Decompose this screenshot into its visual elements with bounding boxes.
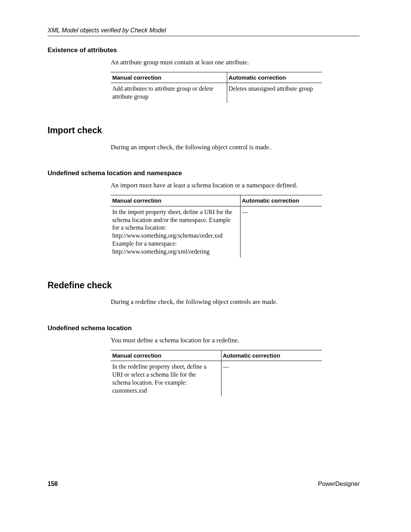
- product-name: PowerDesigner: [318, 480, 360, 488]
- heading-import-check: Import check: [48, 125, 360, 136]
- correction-table: Manual correction Automatic correction I…: [111, 195, 322, 257]
- td-auto: —: [240, 206, 322, 257]
- page-number: 158: [48, 480, 58, 488]
- heading-undefined-schema-ns: Undefined schema location and namespace: [48, 169, 360, 177]
- th-manual: Manual correction: [111, 350, 221, 361]
- td-manual: In the redefine property sheet, define a…: [111, 361, 221, 397]
- paragraph: During an import check, the following ob…: [111, 143, 360, 152]
- page-footer: 158 PowerDesigner: [48, 480, 360, 488]
- th-auto: Automatic correction: [227, 72, 322, 83]
- td-manual: Add attributes to attribute group or del…: [111, 83, 227, 103]
- paragraph: An import must have at least a schema lo…: [111, 181, 360, 190]
- paragraph: An attribute group must contain at least…: [111, 58, 360, 67]
- td-manual: In the import property sheet, define a U…: [111, 206, 240, 257]
- heading-redefine-check: Redefine check: [48, 280, 360, 291]
- heading-undefined-schema-loc: Undefined schema location: [48, 324, 360, 332]
- th-auto: Automatic correction: [221, 350, 322, 361]
- th-manual: Manual correction: [111, 72, 227, 83]
- running-header: XML Model objects verified by Check Mode…: [48, 27, 360, 36]
- th-manual: Manual correction: [111, 195, 240, 206]
- correction-table: Manual correction Automatic correction I…: [111, 350, 322, 397]
- correction-table: Manual correction Automatic correction A…: [111, 72, 322, 103]
- paragraph: You must define a schema location for a …: [111, 336, 360, 345]
- th-auto: Automatic correction: [240, 195, 322, 206]
- td-auto: —: [221, 361, 322, 397]
- td-auto: Deletes unassigned attribute group: [227, 83, 322, 103]
- heading-existence-attributes: Existence of attributes: [48, 46, 360, 54]
- page: XML Model objects verified by Check Mode…: [0, 0, 411, 532]
- paragraph: During a redefine check, the following o…: [111, 298, 360, 306]
